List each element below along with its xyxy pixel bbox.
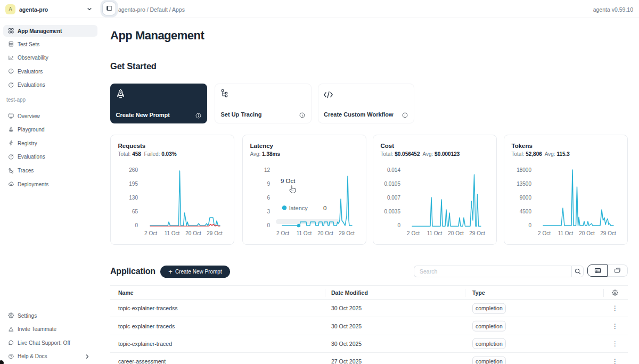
svg-text:0.014: 0.014 — [387, 167, 400, 173]
svg-text:2 Oct: 2 Oct — [538, 230, 551, 236]
svg-text:11 Oct: 11 Oct — [427, 230, 443, 236]
svg-text:2 Oct: 2 Oct — [276, 230, 289, 236]
svg-text:latency: latency — [289, 205, 308, 211]
svg-text:6: 6 — [267, 195, 270, 201]
svg-text:29 Oct: 29 Oct — [339, 230, 355, 236]
svg-text:11 Oct: 11 Oct — [165, 230, 180, 236]
svg-text:13500: 13500 — [517, 181, 531, 187]
svg-text:20 Oct: 20 Oct — [448, 230, 464, 236]
svg-text:0.0035: 0.0035 — [384, 209, 400, 214]
svg-text:11 Oct: 11 Oct — [297, 230, 312, 236]
svg-text:130: 130 — [129, 195, 138, 201]
svg-text:12: 12 — [264, 167, 271, 173]
svg-text:0: 0 — [397, 222, 400, 228]
svg-text:2 Oct: 2 Oct — [144, 230, 157, 236]
svg-text:29 Oct: 29 Oct — [469, 230, 485, 236]
svg-text:11 Oct: 11 Oct — [558, 230, 574, 236]
svg-text:0.0105: 0.0105 — [384, 181, 400, 187]
svg-text:0: 0 — [135, 222, 138, 228]
svg-text:0: 0 — [267, 222, 270, 228]
svg-text:0.007: 0.007 — [387, 195, 400, 201]
svg-text:2 Oct: 2 Oct — [407, 230, 420, 236]
svg-text:9: 9 — [267, 181, 270, 187]
svg-text:195: 195 — [129, 181, 138, 187]
svg-text:29 Oct: 29 Oct — [207, 230, 223, 236]
svg-text:0: 0 — [528, 222, 531, 228]
svg-text:4500: 4500 — [520, 209, 532, 214]
svg-text:18000: 18000 — [517, 167, 531, 173]
svg-text:9000: 9000 — [520, 195, 532, 201]
svg-text:29 Oct: 29 Oct — [600, 230, 616, 236]
svg-text:3: 3 — [267, 209, 270, 214]
svg-text:20 Oct: 20 Oct — [579, 230, 595, 236]
svg-text:20 Oct: 20 Oct — [317, 230, 333, 236]
svg-text:65: 65 — [132, 209, 138, 214]
svg-text:0: 0 — [323, 205, 326, 211]
svg-text:260: 260 — [129, 167, 138, 173]
svg-text:20 Oct: 20 Oct — [185, 230, 201, 236]
svg-text:9 Oct: 9 Oct — [281, 178, 296, 184]
